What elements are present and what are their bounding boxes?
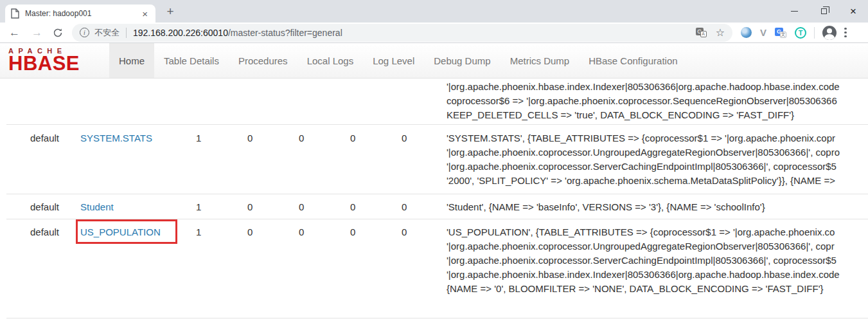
url-host: 192.168.200.226:60010: [133, 28, 228, 38]
namespace-cell: default: [6, 219, 75, 318]
extension-t-circle-icon[interactable]: T: [795, 27, 806, 39]
tables-list: '|org.apache.phoenix.hbase.index.Indexer…: [0, 78, 868, 318]
window-minimize-button[interactable]: [779, 0, 809, 23]
extension-google-translate-icon[interactable]: G 文: [775, 28, 786, 38]
nav-item-home[interactable]: Home: [109, 43, 154, 78]
window-close-button[interactable]: ×: [838, 0, 868, 23]
address-bar[interactable]: i 不安全 192.168.200.226:60010 /master-stat…: [72, 24, 732, 42]
table-link-system-stats[interactable]: SYSTEM.STATS: [80, 133, 152, 143]
bookmark-star-icon[interactable]: ☆: [716, 26, 725, 39]
table-link-us-population[interactable]: US_POPULATION: [80, 226, 161, 237]
table-row: default Student 1 0 0 0 0 'Student', {NA…: [6, 194, 868, 219]
url-path: /master-status?filter=general: [228, 28, 342, 38]
profile-avatar[interactable]: [822, 26, 837, 40]
forward-button[interactable]: →: [31, 27, 42, 38]
table-row: '|org.apache.phoenix.hbase.index.Indexer…: [6, 78, 868, 125]
table-description: 'Student', {NAME => 'baseInfo', VERSIONS…: [447, 194, 868, 219]
hbase-nav: Home Table Details Procedures Local Logs…: [109, 43, 687, 78]
reload-button[interactable]: [53, 28, 63, 38]
logo-hbase-text: HBASE: [8, 55, 109, 73]
extension-v-icon[interactable]: V: [760, 27, 766, 38]
nav-item-debug-dump[interactable]: Debug Dump: [424, 43, 500, 78]
nav-item-local-logs[interactable]: Local Logs: [297, 43, 364, 78]
toolbar-separator: [814, 27, 815, 39]
tab-close-icon[interactable]: ×: [139, 8, 150, 19]
security-label: 不安全: [94, 27, 120, 39]
browser-titlebar: Master: hadoop001 × + ×: [0, 0, 868, 23]
window-controls: ×: [779, 0, 868, 23]
url-separator: [126, 28, 127, 38]
hbase-header: APACHE HBASE Home Table Details Procedur…: [0, 43, 868, 78]
site-info-icon[interactable]: i: [80, 28, 89, 37]
browser-tab[interactable]: Master: hadoop001 ×: [5, 5, 155, 23]
table-description: 'SYSTEM.STATS', {TABLE_ATTRIBUTES => {co…: [447, 125, 868, 194]
page-favicon-icon: [10, 8, 19, 19]
table-row: default US_POPULATION 1 0 0 0 0 'US_POPU…: [6, 219, 868, 318]
new-tab-button[interactable]: +: [162, 3, 179, 20]
namespace-cell: default: [6, 125, 75, 194]
minimize-icon: [791, 11, 798, 12]
browser-menu-button[interactable]: [844, 28, 847, 38]
table-description: '|org.apache.phoenix.hbase.index.Indexer…: [447, 78, 868, 124]
nav-item-procedures[interactable]: Procedures: [229, 43, 297, 78]
namespace-cell: default: [6, 194, 75, 219]
translate-page-icon[interactable]: G A: [696, 28, 707, 37]
close-icon: ×: [850, 5, 856, 18]
table-description: 'US_POPULATION', {TABLE_ATTRIBUTES => {c…: [447, 219, 868, 318]
restore-icon: [821, 8, 827, 14]
browser-toolbar: ← → i 不安全 192.168.200.226:60010 /master-…: [0, 23, 868, 43]
window-restore-button[interactable]: [809, 0, 838, 23]
nav-item-metrics-dump[interactable]: Metrics Dump: [500, 43, 580, 78]
extension-blue-circle-icon[interactable]: [741, 27, 752, 38]
back-button[interactable]: ←: [9, 27, 20, 38]
table-link-student[interactable]: Student: [80, 201, 114, 212]
tab-title: Master: hadoop001: [25, 9, 139, 18]
table-row: default SYSTEM.STATS 1 0 0 0 0 'SYSTEM.S…: [6, 125, 868, 194]
nav-item-log-level[interactable]: Log Level: [363, 43, 424, 78]
hbase-logo: APACHE HBASE: [0, 43, 109, 78]
browser-window: Master: hadoop001 × + × ← → i 不安全 192.16…: [0, 0, 868, 323]
nav-item-table-details[interactable]: Table Details: [154, 43, 229, 78]
nav-item-hbase-configuration[interactable]: HBase Configuration: [579, 43, 687, 78]
reload-icon: [53, 28, 63, 38]
